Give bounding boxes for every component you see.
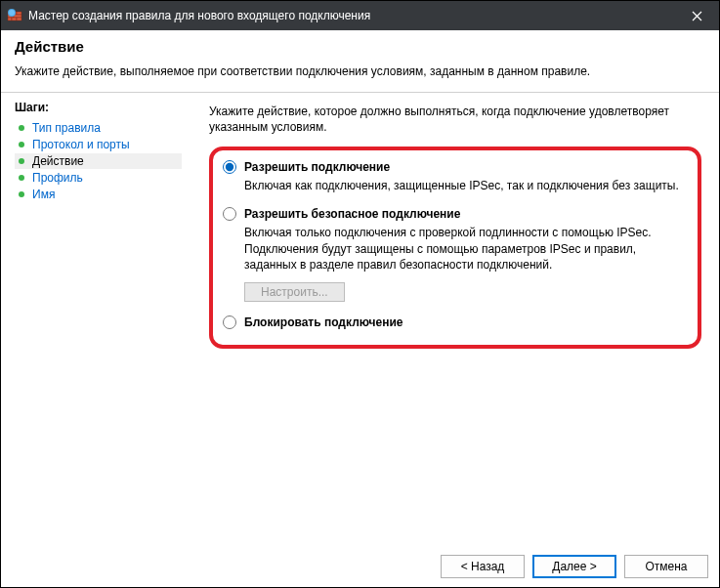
step-label: Имя (32, 188, 55, 201)
wizard-header: Действие Укажите действие, выполняемое п… (1, 30, 719, 93)
bullet-icon (19, 158, 24, 164)
step-label: Профиль (32, 171, 83, 185)
option-allow: Разрешить подключение Включая как подклю… (219, 160, 682, 193)
cancel-button[interactable]: Отмена (624, 555, 708, 578)
radio-allow-secure[interactable] (223, 207, 236, 221)
svg-rect-5 (14, 15, 21, 18)
svg-point-10 (9, 10, 15, 16)
page-subtitle: Укажите действие, выполняемое при соотве… (15, 64, 705, 78)
step-label: Тип правила (32, 121, 101, 135)
close-button[interactable] (675, 1, 719, 30)
titlebar: Мастер создания правила для нового входя… (1, 1, 719, 30)
step-name[interactable]: Имя (15, 187, 182, 202)
svg-rect-8 (17, 18, 21, 21)
step-rule-type[interactable]: Тип правила (15, 120, 182, 136)
wizard-footer: < Назад Далее > Отмена (441, 555, 708, 578)
radio-block-row[interactable]: Блокировать подключение (219, 315, 682, 329)
step-action[interactable]: Действие (15, 153, 182, 169)
configure-button: Настроить... (244, 282, 345, 302)
steps-sidebar: Шаги: Тип правила Протокол и порты Дейст… (1, 93, 182, 567)
radio-allow-label: Разрешить подключение (244, 160, 390, 174)
option-block: Блокировать подключение (219, 315, 682, 329)
svg-rect-6 (8, 18, 12, 21)
back-button[interactable]: < Назад (441, 555, 525, 578)
svg-rect-7 (12, 18, 17, 21)
wizard-content: Укажите действие, которое должно выполня… (182, 93, 719, 567)
radio-block[interactable] (223, 315, 236, 329)
radio-allow-secure-label: Разрешить безопасное подключение (244, 207, 460, 221)
bullet-icon (19, 175, 24, 181)
window-title: Мастер создания правила для нового входя… (28, 9, 370, 22)
radio-allow-desc: Включая как подключения, защищенные IPSe… (244, 178, 682, 193)
instruction-text: Укажите действие, которое должно выполня… (209, 105, 701, 135)
firewall-icon (7, 8, 22, 23)
page-title: Действие (15, 38, 705, 55)
step-label: Действие (32, 154, 84, 168)
step-profile[interactable]: Профиль (15, 170, 182, 186)
wizard-body: Шаги: Тип правила Протокол и порты Дейст… (1, 93, 719, 567)
steps-title: Шаги: (15, 101, 182, 114)
highlight-annotation: Разрешить подключение Включая как подклю… (209, 147, 701, 349)
step-protocol-ports[interactable]: Протокол и порты (15, 137, 182, 152)
option-allow-secure: Разрешить безопасное подключение Включая… (219, 207, 682, 302)
radio-block-label: Блокировать подключение (244, 315, 403, 329)
radio-allow-row[interactable]: Разрешить подключение (219, 160, 682, 174)
step-label: Протокол и порты (32, 138, 130, 151)
bullet-icon (19, 125, 24, 131)
svg-rect-3 (17, 12, 21, 15)
radio-allow-secure-row[interactable]: Разрешить безопасное подключение (219, 207, 682, 221)
radio-allow-secure-desc: Включая только подключения с проверкой п… (244, 225, 682, 273)
bullet-icon (19, 142, 24, 147)
radio-allow[interactable] (223, 160, 236, 174)
next-button[interactable]: Далее > (532, 555, 616, 578)
bullet-icon (19, 191, 24, 197)
